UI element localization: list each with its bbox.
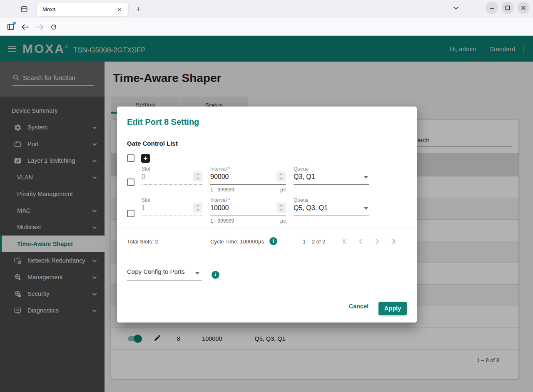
cycle-time-label: Cycle Time: 100000µs	[210, 238, 264, 245]
interval-unit: µs	[280, 187, 286, 193]
copy-config-select[interactable]: Copy Config to Ports	[127, 268, 202, 281]
queue-value[interactable]: Q3, Q1	[294, 173, 315, 181]
divider	[117, 228, 417, 228]
copy-config-label: Copy Config to Ports	[127, 268, 184, 275]
screen: Moxa × +	[0, 0, 533, 392]
browser-toolbar: 192.168.127.253/#/pages/ieee8021qbv ☆	[0, 18, 533, 36]
slots-pagination-nav	[341, 237, 397, 246]
queue-value[interactable]: Q5, Q3, Q1	[294, 204, 328, 212]
first-page-icon[interactable]	[341, 237, 350, 246]
interval-value[interactable]: 90000	[210, 173, 229, 181]
slot-field: Slot 1	[142, 197, 202, 218]
browser-tab-bar: Moxa × +	[0, 0, 533, 18]
select-all-checkbox[interactable]	[127, 154, 134, 162]
firefox-view-icon[interactable]	[18, 3, 30, 15]
cancel-button[interactable]: Cancel	[349, 303, 369, 310]
reload-icon[interactable]	[47, 21, 61, 33]
dialog-title: Edit Port 8 Setting	[127, 117, 199, 127]
number-stepper-icon	[193, 171, 202, 181]
app-viewport: MOXA® TSN-G5008-2GTXSFP Hi, admin Standa…	[0, 36, 533, 392]
notification-dot	[13, 22, 16, 25]
interval-range-hint: 1 - 999999	[210, 187, 234, 193]
queue-label: Queue	[294, 197, 369, 203]
apply-button[interactable]: Apply	[379, 302, 407, 315]
window-minimize-button[interactable]	[486, 2, 498, 14]
sidebar-toggle-icon[interactable]	[4, 21, 18, 33]
tab-close-icon[interactable]: ×	[115, 5, 124, 14]
interval-range-hint: 1 - 999999	[210, 218, 234, 224]
add-slot-button[interactable]: +	[141, 154, 150, 163]
slot-label: Slot	[142, 166, 202, 172]
forward-icon[interactable]	[32, 21, 47, 33]
interval-field[interactable]: Interval * 10000 1 - 999999µs	[210, 197, 286, 218]
slot-value: 1	[142, 204, 145, 212]
interval-label: Interval *	[210, 166, 286, 172]
previous-page-icon[interactable]	[356, 237, 366, 246]
last-page-icon[interactable]	[388, 237, 397, 246]
dropdown-arrow-icon[interactable]	[364, 207, 368, 210]
queue-select[interactable]: Queue Q5, Q3, Q1	[294, 197, 369, 218]
row-checkbox[interactable]	[127, 179, 134, 186]
slot-label: Slot	[142, 197, 202, 203]
edit-port-dialog: Edit Port 8 Setting Gate Control List + …	[117, 107, 417, 323]
new-tab-button[interactable]: +	[132, 3, 144, 15]
tab-title: Moxa	[42, 6, 115, 12]
interval-unit: µs	[280, 218, 286, 224]
queue-select[interactable]: Queue Q3, Q1	[294, 166, 369, 187]
slots-pagination-label: 1 – 2 of 2	[303, 238, 325, 245]
window-maximize-button[interactable]	[501, 2, 514, 14]
interval-value[interactable]: 10000	[210, 204, 229, 212]
window-close-button[interactable]	[517, 2, 530, 14]
interval-field[interactable]: Interval * 90000 1 - 999999µs	[210, 166, 286, 187]
cycle-time-info-icon[interactable]: i	[269, 237, 277, 245]
back-icon[interactable]	[18, 21, 32, 33]
browser-tab[interactable]: Moxa ×	[37, 2, 128, 16]
queue-label: Queue	[294, 166, 369, 172]
row-checkbox[interactable]	[127, 210, 134, 217]
next-page-icon[interactable]	[372, 237, 381, 246]
interval-label: Interval *	[210, 197, 286, 203]
number-stepper-icon[interactable]	[276, 171, 286, 181]
dropdown-arrow-icon[interactable]	[195, 272, 199, 275]
copy-config-info-icon[interactable]: i	[212, 271, 219, 279]
gate-control-list-label: Gate Control List	[127, 140, 178, 147]
dropdown-arrow-icon[interactable]	[364, 176, 368, 179]
number-stepper-icon[interactable]	[276, 203, 286, 213]
slot-field: Slot 0	[142, 166, 202, 187]
tab-list-chevron-icon[interactable]	[450, 2, 462, 14]
total-slots-label: Total Slots: 2	[127, 238, 158, 245]
number-stepper-icon	[193, 203, 202, 213]
slot-value: 0	[142, 173, 145, 181]
